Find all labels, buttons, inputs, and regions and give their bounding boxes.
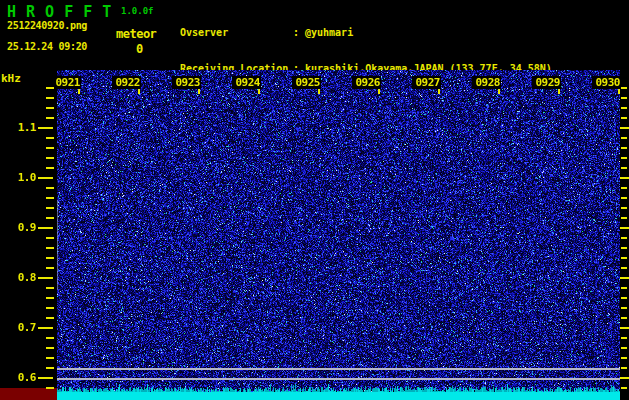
freq-major-tick [38,277,53,279]
freq-minor-tick [46,347,54,349]
freq-minor-tick-right [621,267,627,269]
freq-minor-tick-right [621,297,627,299]
freq-minor-tick-right [621,157,627,159]
info-separator: : [293,27,305,39]
freq-minor-tick-right [621,237,627,239]
freq-minor-tick [46,317,54,319]
freq-minor-tick-right [621,287,627,289]
freq-minor-tick [46,297,54,299]
freq-minor-tick-right [621,207,627,209]
time-label: 0921 [52,76,81,89]
time-tick [318,89,320,94]
freq-label: 1.0 [0,171,36,184]
freq-minor-tick [46,287,54,289]
freq-minor-tick-right [621,317,627,319]
freq-minor-tick [46,107,54,109]
filename-label: 2512240920.png [7,20,87,31]
freq-minor-tick-right [621,97,627,99]
info-row-observer: Ovserver:@yuhmari [180,27,552,39]
freq-major-tick-right [620,127,629,129]
freq-major-tick-right [620,177,629,179]
freq-minor-tick [46,117,54,119]
freq-minor-tick [46,147,54,149]
freq-major-tick [38,227,53,229]
freq-minor-tick-right [621,357,627,359]
freq-major-tick [38,177,53,179]
time-label: 0929 [532,76,561,89]
freq-minor-tick-right [621,347,627,349]
freq-minor-tick-right [621,187,627,189]
time-tick [78,89,80,94]
time-label: 0927 [412,76,441,89]
freq-major-tick-right [620,227,629,229]
freq-minor-tick-right [621,217,627,219]
freq-major-tick-right [620,327,629,329]
freq-minor-tick-right [621,167,627,169]
time-label: 0926 [352,76,381,89]
freq-minor-tick [46,257,54,259]
time-tick [498,89,500,94]
freq-major-tick-right [620,377,629,379]
freq-minor-tick-right [621,337,627,339]
time-tick [438,89,440,94]
freq-minor-tick [46,387,54,389]
freq-label: 0.7 [0,321,36,334]
freq-minor-tick-right [621,107,627,109]
time-tick [378,89,380,94]
freq-label: 1.1 [0,121,36,134]
info-value: @yuhmari [305,27,353,38]
freq-minor-tick [46,217,54,219]
freq-minor-tick [46,207,54,209]
freq-minor-tick [46,247,54,249]
freq-major-tick [38,127,53,129]
time-label: 0928 [472,76,501,89]
spectrogram-canvas [57,70,620,400]
datetime-label: 25.12.24 09:20 [7,41,87,52]
hrofft-window: H R O F F T 1.0.0f 2512240920.png meteor… [0,0,629,400]
freq-major-tick-right [620,277,629,279]
app-title: H R O F F T [7,3,112,21]
freq-minor-tick-right [621,257,627,259]
time-label: 0924 [232,76,261,89]
corner-block [0,388,57,400]
meteor-count-value: 0 [136,42,143,56]
freq-minor-tick-right [621,387,627,389]
freq-minor-tick-right [621,247,627,249]
freq-label: 0.9 [0,221,36,234]
freq-minor-tick-right [621,367,627,369]
time-tick [558,89,560,94]
freq-minor-tick [46,267,54,269]
app-version: 1.0.0f [121,6,154,16]
freq-minor-tick-right [621,197,627,199]
frequency-axis-unit: kHz [1,72,21,85]
time-tick [198,89,200,94]
freq-minor-tick [46,187,54,189]
freq-minor-tick [46,157,54,159]
time-label: 0923 [172,76,201,89]
freq-minor-tick [46,367,54,369]
freq-minor-tick [46,87,54,89]
meteor-count-label: meteor [116,27,156,41]
freq-minor-tick [46,197,54,199]
freq-label: 0.8 [0,271,36,284]
freq-minor-tick-right [621,137,627,139]
freq-minor-tick-right [621,87,627,89]
freq-minor-tick [46,97,54,99]
time-tick [138,89,140,94]
time-label: 0922 [112,76,141,89]
freq-minor-tick-right [621,117,627,119]
freq-label: 0.6 [0,371,36,384]
freq-minor-tick [46,237,54,239]
time-tick [258,89,260,94]
freq-major-tick [38,327,53,329]
freq-minor-tick [46,307,54,309]
freq-minor-tick-right [621,307,627,309]
freq-minor-tick [46,337,54,339]
info-label: Ovserver [180,27,293,39]
time-label: 0925 [292,76,321,89]
freq-minor-tick [46,167,54,169]
freq-minor-tick [46,137,54,139]
time-tick [618,89,620,94]
time-label: 0930 [592,76,621,89]
freq-minor-tick [46,357,54,359]
